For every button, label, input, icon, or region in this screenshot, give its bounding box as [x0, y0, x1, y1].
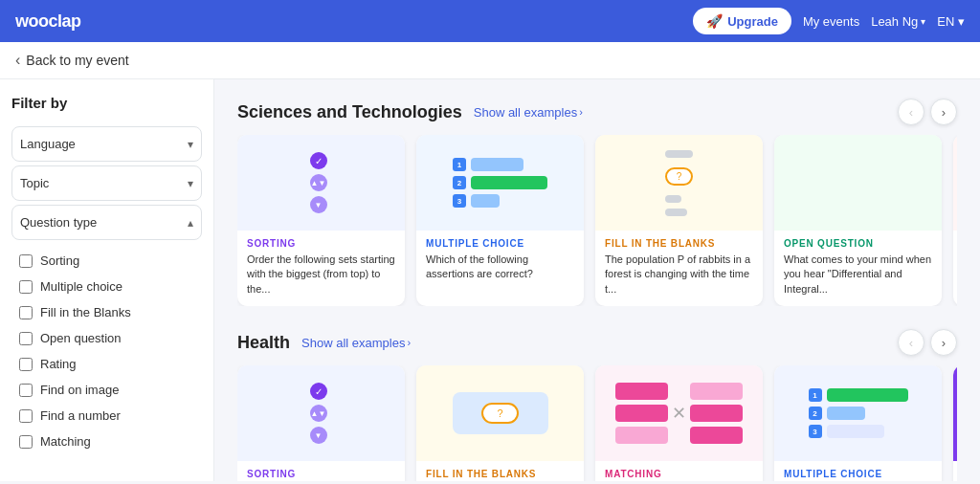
checkbox-multiple-choice-input[interactable]: [19, 280, 33, 294]
card-type-label: FILL IN THE BLANKS: [426, 469, 574, 479]
down-icon: ▼: [310, 427, 327, 444]
card-thumb-multiple-choice: 1 2 3: [416, 135, 584, 231]
chevron-right-icon: ›: [407, 337, 411, 348]
card-body-choice: CHOICE Label t... differe...: [953, 461, 957, 481]
checkbox-find-a-number[interactable]: Find a number: [15, 403, 202, 429]
question-type-filter-section: Question type ▴ Sorting Multiple choice …: [11, 205, 202, 462]
card-health-sorting[interactable]: ✓ ▲▼ ▼: [237, 365, 405, 481]
card-thumb-choice: ?: [953, 365, 957, 461]
upgrade-button[interactable]: 🚀 Upgrade: [693, 8, 791, 34]
card-sciences-fill[interactable]: ? FILL IN THE BLANKS The population P of…: [595, 135, 763, 306]
sidebar: Filter by Language ▾ Topic ▾ Question ty…: [0, 79, 214, 481]
main-content: Sciences and Technologies Show all examp…: [214, 79, 980, 481]
card-health-fill[interactable]: ? FILL IN THE BLANKS Complete the senten…: [416, 365, 584, 481]
checkbox-open-question[interactable]: Open question: [15, 325, 202, 351]
user-menu[interactable]: Leah Ng ▾: [871, 14, 925, 29]
back-bar: ‹ Back to my event: [0, 42, 980, 79]
card-thumb-fill: ?: [595, 135, 763, 231]
mc-num-icon: 1: [809, 388, 822, 402]
question-type-checkbox-list: Sorting Multiple choice Fill in the Blan…: [11, 244, 202, 462]
question-type-filter-toggle[interactable]: Question type ▴: [11, 205, 202, 240]
chevron-down-icon: ▾: [958, 14, 965, 29]
checkbox-matching[interactable]: Matching: [15, 429, 202, 454]
back-arrow-icon: ‹: [15, 52, 20, 69]
up-icon: ▲▼: [310, 405, 327, 422]
checkbox-open-question-input[interactable]: [19, 332, 33, 345]
prev-health-button[interactable]: ‹: [898, 329, 924, 356]
mc-num-icon: 2: [809, 407, 822, 420]
back-button[interactable]: ‹ Back to my event: [15, 52, 129, 69]
card-thumb-health-sorting: ✓ ▲▼ ▼: [237, 365, 405, 461]
checkbox-rating-input[interactable]: [19, 358, 33, 371]
language-selector[interactable]: EN ▾: [937, 14, 965, 29]
chevron-down-icon: ▾: [188, 138, 193, 151]
language-filter-toggle[interactable]: Language ▾: [11, 126, 202, 162]
card-thumb-sorting: ✓ ▲▼ ▼: [237, 135, 405, 231]
mc-num-icon: 1: [453, 158, 466, 171]
card-type-label: MULTIPLE CHOICE: [784, 469, 932, 479]
next-sciences-button[interactable]: ›: [930, 99, 957, 125]
section-health: Health Show all examples › ‹ ›: [237, 329, 957, 481]
card-desc: Order the following sets starting with t…: [247, 253, 395, 297]
topic-filter-toggle[interactable]: Topic ▾: [11, 165, 202, 201]
my-events-nav[interactable]: My events: [803, 14, 859, 29]
card-health-matching[interactable]: ✕ MATCHING Associate the muscle or muscl…: [595, 365, 763, 481]
card-body-sorting: SORTING Order the following sets startin…: [237, 231, 405, 306]
card-type-label: SORTING: [247, 238, 395, 249]
card-sciences-sorting[interactable]: ✓ ▲▼ ▼: [237, 135, 405, 306]
card-sciences-multiple-choice[interactable]: 1 2 3: [416, 135, 584, 306]
check-icon: ✓: [310, 383, 327, 400]
card-thumb-rating: [953, 135, 957, 231]
card-type-label: OPEN QUESTION: [784, 238, 932, 249]
checkbox-matching-input[interactable]: [19, 435, 33, 449]
checkbox-sorting-input[interactable]: [19, 254, 33, 268]
mc-num-icon: 3: [809, 425, 822, 438]
checkbox-fill-in-the-blanks-input[interactable]: [19, 306, 33, 319]
next-health-button[interactable]: ›: [930, 329, 957, 356]
show-all-sciences[interactable]: Show all examples ›: [474, 105, 583, 120]
card-sciences-open[interactable]: OPEN QUESTION What comes to your mind wh…: [774, 135, 942, 306]
up-icon: ▲▼: [310, 174, 327, 191]
checkbox-find-on-image-input[interactable]: [19, 384, 33, 397]
app-logo: wooclap: [15, 11, 81, 32]
card-thumb-health-fill: ?: [416, 365, 584, 461]
card-thumb-matching: ✕: [595, 365, 763, 461]
checkbox-sorting[interactable]: Sorting: [15, 248, 202, 274]
chevron-down-icon: ▾: [188, 177, 193, 190]
card-body-health-fill: FILL IN THE BLANKS Complete the sentence…: [416, 461, 584, 481]
fill-badge: ?: [481, 403, 518, 424]
chevron-up-icon: ▴: [188, 216, 193, 230]
chevron-right-icon: ›: [579, 106, 583, 118]
topic-filter-section: Topic ▾: [11, 165, 202, 201]
mc-num-icon: 2: [453, 176, 466, 189]
card-sciences-rating[interactable]: RATING Note fr... Fully u...: [953, 135, 957, 306]
checkbox-multiple-choice[interactable]: Multiple choice: [15, 274, 202, 299]
card-type-label: SORTING: [247, 469, 395, 479]
checkbox-find-a-number-input[interactable]: [19, 409, 33, 423]
card-body-matching: MATCHING Associate the muscle or muscle …: [595, 461, 763, 481]
card-type-label: FILL IN THE BLANKS: [605, 238, 753, 249]
show-all-health[interactable]: Show all examples ›: [301, 336, 411, 350]
card-desc: The population P of rabbits in a forest …: [605, 253, 753, 297]
language-filter-section: Language ▾: [11, 126, 202, 162]
prev-sciences-button[interactable]: ‹: [898, 99, 924, 125]
card-health-choice[interactable]: ? CHOICE Label t... differe...: [953, 365, 957, 481]
sidebar-title: Filter by: [11, 95, 202, 111]
section-sciences: Sciences and Technologies Show all examp…: [237, 99, 957, 306]
card-thumb-health-mc: 1 2 3: [774, 365, 942, 461]
checkbox-fill-in-the-blanks[interactable]: Fill in the Blanks: [15, 299, 202, 325]
check-icon: ✓: [310, 152, 327, 169]
health-cards-row: ✓ ▲▼ ▼: [237, 365, 957, 481]
card-type-label: MATCHING: [605, 469, 753, 479]
rocket-icon: 🚀: [706, 13, 723, 29]
chevron-down-icon: ▾: [921, 16, 925, 27]
checkbox-rating[interactable]: Rating: [15, 351, 202, 377]
card-thumb-open: [774, 135, 942, 231]
section-title-health: Health: [237, 333, 290, 353]
card-health-multiple-choice[interactable]: 1 2 3: [774, 365, 942, 481]
mc-num-icon: 3: [453, 194, 466, 208]
card-desc: Which of the following assertions are co…: [426, 253, 574, 282]
card-desc: What comes to your mind when you hear "D…: [784, 253, 932, 297]
checkbox-find-on-image[interactable]: Find on image: [15, 377, 202, 403]
section-title-sciences: Sciences and Technologies: [237, 102, 462, 122]
